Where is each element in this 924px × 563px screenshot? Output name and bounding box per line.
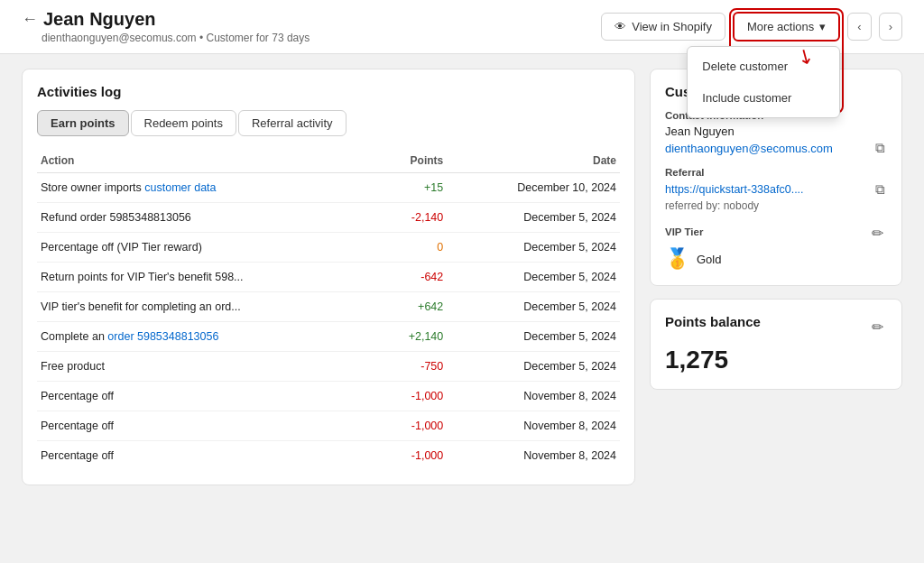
vip-section-title: VIP Tier: [665, 226, 703, 237]
points-cell: -750: [378, 352, 447, 382]
table-row: Complete an order 5985348813056+2,140Dec…: [37, 322, 620, 352]
nav-next-button[interactable]: ›: [879, 13, 902, 41]
activities-title: Activities log: [37, 84, 620, 99]
nav-prev-button[interactable]: ‹: [847, 13, 871, 41]
points-balance-card: Points balance ✏ 1,275: [650, 299, 902, 390]
action-cell: Percentage off (VIP Tier reward): [37, 233, 378, 263]
edit-vip-button[interactable]: ✏: [868, 223, 887, 244]
more-actions-wrapper: More actions ▾ Delete customer Include c…: [733, 12, 840, 42]
date-cell: December 5, 2024: [447, 263, 620, 292]
vip-badge-icon: 🥇: [665, 247, 689, 271]
date-cell: December 5, 2024: [447, 203, 620, 233]
eye-icon: 👁: [614, 20, 626, 33]
copy-email-button[interactable]: ⧉: [873, 140, 887, 156]
col-points: Points: [378, 149, 447, 173]
action-cell: Percentage off: [37, 411, 378, 441]
action-cell: Percentage off: [37, 382, 378, 411]
top-bar-left: ← Jean Nguyen dienthaonguyen@secomus.com…: [22, 9, 310, 44]
action-cell: Refund order 5985348813056: [37, 203, 378, 233]
vip-tier-section: 🥇 Gold: [665, 247, 887, 271]
points-cell: +642: [378, 292, 447, 322]
table-row: Free product-750December 5, 2024: [37, 352, 620, 382]
right-panel: Customer Contact information Jean Nguyen…: [650, 69, 902, 498]
more-actions-button[interactable]: More actions ▾: [733, 12, 840, 42]
back-arrow-icon[interactable]: ←: [22, 10, 38, 29]
action-link[interactable]: order 5985348813056: [107, 330, 218, 343]
include-customer-item[interactable]: Include customer: [688, 82, 839, 114]
more-actions-dropdown: Delete customer Include customer: [687, 46, 840, 118]
main-content: Activities log Earn points Redeem points…: [0, 54, 924, 512]
customer-name-title: Jean Nguyen: [43, 9, 155, 30]
table-row: Percentage off (VIP Tier reward)0Decembe…: [37, 233, 620, 263]
date-cell: December 5, 2024: [447, 292, 620, 322]
points-balance-value: 1,275: [665, 346, 887, 374]
points-cell: -2,140: [378, 203, 447, 233]
back-link[interactable]: ← Jean Nguyen: [22, 9, 310, 30]
points-cell: +2,140: [378, 322, 447, 352]
view-in-shopify-label: View in Shopify: [632, 20, 712, 33]
date-cell: November 8, 2024: [447, 441, 620, 471]
action-cell: Return points for VIP Tier's benefit 598…: [37, 263, 378, 292]
delete-customer-item[interactable]: Delete customer: [688, 51, 839, 82]
top-bar-right: 👁 View in Shopify More actions ▾ Delete …: [601, 12, 902, 42]
table-row: Percentage off-1,000November 8, 2024: [37, 441, 620, 471]
activity-table: Action Points Date Store owner imports c…: [37, 149, 620, 470]
vip-header-row: VIP Tier ✏: [665, 223, 887, 244]
action-cell: VIP tier's benefit for completing an ord…: [37, 292, 378, 322]
points-cell: -1,000: [378, 411, 447, 441]
table-row: Store owner imports customer data+15Dece…: [37, 173, 620, 203]
left-panel: Activities log Earn points Redeem points…: [22, 69, 635, 498]
customer-since-subtitle: • Customer for 73 days: [199, 32, 310, 44]
points-cell: +15: [378, 173, 447, 203]
date-cell: December 5, 2024: [447, 322, 620, 352]
table-row: VIP tier's benefit for completing an ord…: [37, 292, 620, 322]
date-cell: December 10, 2024: [447, 173, 620, 203]
referral-section-title: Referral: [665, 167, 887, 178]
action-link[interactable]: customer data: [144, 181, 216, 194]
edit-points-button[interactable]: ✏: [868, 317, 887, 337]
points-cell: 0: [378, 233, 447, 263]
vip-tier-label: Gold: [697, 253, 721, 266]
table-row: Refund order 5985348813056-2,140December…: [37, 203, 620, 233]
activities-card: Activities log Earn points Redeem points…: [22, 69, 635, 485]
more-actions-label: More actions: [747, 20, 814, 33]
points-cell: -1,000: [378, 382, 447, 411]
date-cell: November 8, 2024: [447, 411, 620, 441]
referral-note: referred by: nobody: [665, 199, 887, 212]
points-balance-title: Points balance: [665, 314, 761, 329]
tab-redeem-points[interactable]: Redeem points: [131, 110, 236, 136]
email-row: dienthaonguyen@secomus.com ⧉: [665, 140, 887, 156]
table-row: Percentage off-1,000November 8, 2024: [37, 411, 620, 441]
customer-email[interactable]: dienthaonguyen@secomus.com: [665, 142, 833, 155]
view-in-shopify-button[interactable]: 👁 View in Shopify: [601, 13, 725, 41]
copy-referral-button[interactable]: ⧉: [873, 181, 887, 198]
date-cell: December 5, 2024: [447, 352, 620, 382]
tab-earn-points[interactable]: Earn points: [37, 110, 129, 136]
col-date: Date: [447, 149, 620, 173]
customer-full-name: Jean Nguyen: [665, 125, 887, 138]
date-cell: November 8, 2024: [447, 382, 620, 411]
referral-url-row: https://quickstart-338afc0.... ⧉: [665, 181, 887, 198]
top-bar: ← Jean Nguyen dienthaonguyen@secomus.com…: [0, 0, 924, 54]
action-cell: Store owner imports customer data: [37, 173, 378, 203]
action-cell: Percentage off: [37, 441, 378, 471]
points-card-header: Points balance ✏: [665, 314, 887, 340]
referral-url[interactable]: https://quickstart-338afc0....: [665, 183, 804, 196]
customer-subtitle: dienthaonguyen@secomus.com • Customer fo…: [42, 32, 310, 44]
customer-email-subtitle: dienthaonguyen@secomus.com: [42, 32, 197, 44]
col-action: Action: [37, 149, 378, 173]
tab-referral-activity[interactable]: Referral activity: [238, 110, 346, 136]
table-row: Percentage off-1,000November 8, 2024: [37, 382, 620, 411]
date-cell: December 5, 2024: [447, 233, 620, 263]
points-cell: -642: [378, 263, 447, 292]
activity-tabs: Earn points Redeem points Referral activ…: [37, 110, 620, 136]
points-cell: -1,000: [378, 441, 447, 471]
chevron-down-icon: ▾: [819, 20, 826, 33]
action-cell: Complete an order 5985348813056: [37, 322, 378, 352]
action-cell: Free product: [37, 352, 378, 382]
table-row: Return points for VIP Tier's benefit 598…: [37, 263, 620, 292]
